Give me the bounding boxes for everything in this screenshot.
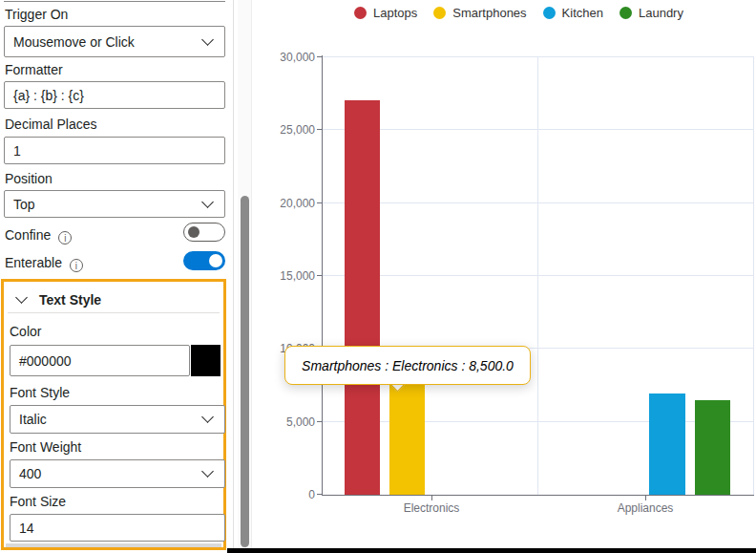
x-category-label: Electronics: [374, 501, 489, 515]
enterable-label: Enterablei: [5, 255, 83, 272]
position-label: Position: [5, 171, 52, 186]
confine-toggle[interactable]: [183, 223, 225, 242]
y-tick-label: 15,000: [272, 269, 315, 283]
font-weight-label: Font Weight: [10, 439, 81, 455]
confine-label: Confinei: [5, 227, 72, 245]
legend-dot: [543, 7, 556, 19]
font-style-select[interactable]: Italic: [10, 405, 225, 434]
y-tick-label: 20,000: [272, 197, 315, 210]
decimal-places-value: 1: [13, 143, 21, 159]
y-tick: [317, 494, 322, 495]
legend-item-laundry[interactable]: Laundry: [620, 6, 683, 20]
font-size-value: 14: [19, 521, 34, 536]
chevron-down-icon: [201, 411, 214, 423]
enterable-toggle[interactable]: [183, 251, 225, 270]
color-input[interactable]: #000000: [10, 345, 190, 376]
gridline: [323, 129, 754, 130]
bar-kitchen-appliances[interactable]: [649, 393, 685, 495]
position-value: Top: [13, 197, 35, 212]
text-style-title: Text Style: [39, 292, 101, 308]
y-tick: [317, 275, 322, 276]
x-tick: [645, 496, 646, 500]
x-tick: [431, 496, 432, 500]
legend-label: Kitchen: [562, 6, 603, 20]
legend-dot: [433, 7, 446, 19]
y-tick-label: 25,000: [272, 123, 315, 137]
legend-item-laptops[interactable]: Laptops: [354, 6, 417, 20]
font-style-value: Italic: [19, 412, 47, 427]
gridline: [323, 275, 754, 276]
chevron-down-icon: [15, 291, 28, 304]
chevron-down-icon: [201, 465, 214, 478]
panel-scrollbar[interactable]: [238, 0, 252, 553]
y-tick: [317, 129, 322, 130]
y-tick-label: 0: [272, 488, 315, 501]
legend-dot: [354, 7, 367, 19]
font-size-input[interactable]: 14: [10, 514, 225, 542]
decimal-places-input[interactable]: 1: [4, 137, 225, 164]
bar-laundry-appliances[interactable]: [695, 400, 730, 495]
y-tick: [317, 421, 322, 422]
bar-laptops-electronics[interactable]: [345, 100, 380, 495]
y-tick-label: 30,000: [272, 51, 315, 64]
scroll-shadow: [6, 543, 221, 547]
chart-tooltip: Smartphones : Electronics : 8,500.0: [284, 346, 531, 385]
legend-label: Laundry: [639, 6, 683, 20]
gridline: [537, 56, 538, 495]
formatter-label: Formatter: [5, 62, 63, 77]
legend-item-smartphones[interactable]: Smartphones: [433, 6, 526, 20]
toggle-knob: [209, 254, 222, 267]
position-select[interactable]: Top: [4, 190, 225, 218]
info-icon[interactable]: i: [58, 231, 72, 245]
x-axis-line: [322, 495, 754, 496]
trigger-on-value: Mousemove or Click: [13, 34, 135, 50]
app-screen: Trigger On Mousemove or Click Formatter …: [0, 0, 756, 553]
y-tick: [317, 202, 322, 203]
tooltip-settings-panel: Trigger On Mousemove or Click Formatter …: [0, 0, 227, 553]
bottom-edge-bar: [227, 548, 756, 553]
chart-legend: Laptops Smartphones Kitchen Laundry: [354, 6, 683, 20]
trigger-on-select[interactable]: Mousemove or Click: [4, 26, 225, 57]
decimal-places-label: Decimal Places: [5, 117, 96, 132]
font-weight-value: 400: [19, 466, 41, 481]
gridline: [753, 56, 754, 495]
legend-label: Smartphones: [452, 6, 526, 20]
chevron-down-icon: [201, 33, 214, 46]
toggle-knob: [188, 226, 200, 238]
bar-chart: Laptops Smartphones Kitchen Laundry: [253, 0, 756, 548]
formatter-input[interactable]: {a} : {b} : {c}: [4, 81, 225, 109]
gridline: [323, 56, 754, 57]
gridline: [323, 202, 754, 203]
color-label: Color: [10, 324, 41, 339]
y-axis-line: [322, 55, 323, 495]
tooltip-text: Smartphones : Electronics : 8,500.0: [302, 358, 514, 373]
color-value: #000000: [19, 353, 72, 369]
text-style-section: Text Style Color #000000 Font Style Ital…: [1, 279, 226, 550]
legend-dot: [620, 7, 632, 19]
panel-border: [233, 0, 234, 549]
trigger-on-label: Trigger On: [5, 7, 68, 22]
font-style-label: Font Style: [10, 385, 70, 400]
formatter-value: {a} : {b} : {c}: [13, 88, 84, 103]
legend-label: Laptops: [373, 6, 417, 20]
info-icon[interactable]: i: [70, 259, 83, 272]
text-style-header[interactable]: Text Style: [8, 287, 220, 313]
y-tick-label: 5,000: [272, 415, 315, 429]
cropped-input-edge: [4, 0, 225, 2]
scrollbar-thumb[interactable]: [241, 196, 249, 547]
legend-item-kitchen[interactable]: Kitchen: [543, 6, 603, 20]
font-weight-select[interactable]: 400: [10, 459, 225, 488]
gridline: [323, 421, 754, 422]
font-size-label: Font Size: [10, 494, 66, 509]
y-tick: [317, 56, 322, 57]
color-swatch[interactable]: [191, 345, 220, 376]
x-category-label: Appliances: [588, 501, 703, 515]
chevron-down-icon: [201, 196, 214, 208]
